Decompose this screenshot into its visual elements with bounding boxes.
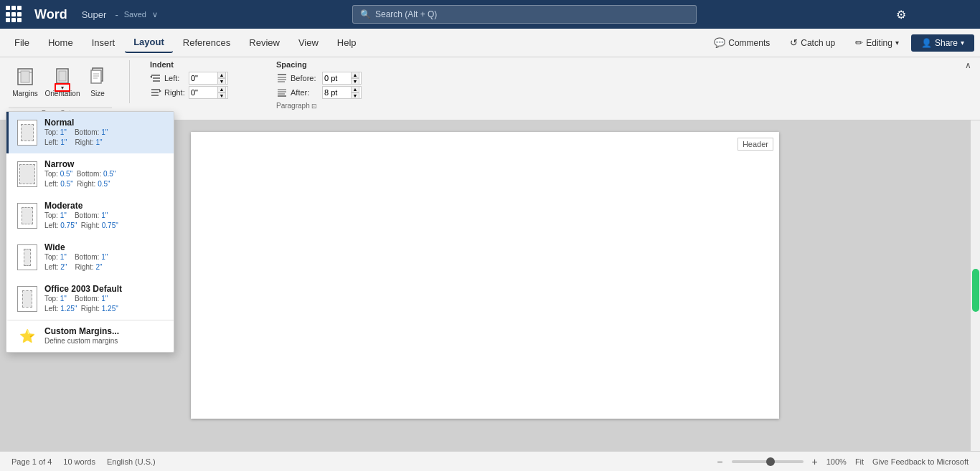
margins-label: Margins <box>12 90 38 97</box>
feedback-label[interactable]: Give Feedback to Microsoft <box>872 457 969 466</box>
size-button[interactable]: Size <box>83 60 112 103</box>
spacing-after-up[interactable]: ▲ <box>351 86 359 92</box>
spacing-group: Spacing Before: 0 pt ▲▼ After: 8 pt ▲▼ P… <box>270 60 385 110</box>
spacing-after-row: After: 8 pt ▲▼ <box>276 86 380 99</box>
orientation-button-wrapper: Orientation ▾ <box>43 60 82 103</box>
scroll-thumb[interactable] <box>972 269 979 312</box>
title-bar: Word Super - Saved ∨ 🔍 Search (Alt + Q) … <box>0 0 980 29</box>
editing-button[interactable]: ✏ Editing ▾ <box>847 33 907 52</box>
indent-right-row: Right: 0" ▲▼ <box>150 86 253 99</box>
page-setup-buttons: Margins Orientation ▾ <box>9 60 112 106</box>
indent-left-input[interactable]: 0" ▲▼ <box>189 72 228 85</box>
doc-content[interactable] <box>191 132 779 419</box>
indent-group: Indent Left: 0" ▲▼ Right: 0" ▲▼ <box>144 60 259 100</box>
zoom-minus[interactable]: − <box>717 456 722 467</box>
settings-button[interactable]: ⚙ <box>891 4 911 24</box>
catch-up-button[interactable]: ↺ Catch up <box>782 33 843 52</box>
indent-left-icon <box>150 73 161 83</box>
margin-wide-icon <box>17 244 37 270</box>
page-setup-group: Margins Orientation ▾ <box>6 60 115 118</box>
waffle-icon[interactable] <box>6 6 23 23</box>
indent-left-down[interactable]: ▼ <box>217 78 226 85</box>
comments-icon: 💬 <box>714 37 725 48</box>
svg-marker-18 <box>159 90 161 92</box>
catch-up-label: Catch up <box>801 38 835 48</box>
menu-items: File Home Insert Layout References Revie… <box>6 32 706 53</box>
margins-dropdown: Normal Top: 1" Bottom: 1" Left: 1" Right… <box>6 111 174 353</box>
orientation-dropdown-indicator[interactable]: ▾ <box>55 83 70 92</box>
spacing-before-label: Before: <box>291 74 319 82</box>
paragraph-expand-icon[interactable]: ⊡ <box>311 103 317 110</box>
margin-item-wide[interactable]: Wide Top: 1" Bottom: 1" Left: 2" Right: … <box>6 237 174 278</box>
margin-custom-icon: ⭐ <box>17 326 37 346</box>
margin-item-narrow[interactable]: Narrow Top: 0.5" Bottom: 0.5" Left: 0.5"… <box>6 153 174 195</box>
status-bar: Page 1 of 4 10 words English (U.S.) − + … <box>0 451 980 471</box>
menu-insert[interactable]: Insert <box>83 33 124 52</box>
ribbon-collapse-button[interactable]: ∧ <box>965 60 971 70</box>
margin-moderate-text: Moderate Top: 1" Bottom: 1" Left: 0.75" … <box>44 201 165 231</box>
orientation-button[interactable]: Orientation <box>43 60 82 103</box>
catch-up-icon: ↺ <box>790 37 798 48</box>
indent-right-up[interactable]: ▲ <box>217 86 226 92</box>
indent-right-input[interactable]: 0" ▲▼ <box>189 86 228 99</box>
menu-references[interactable]: References <box>174 33 239 52</box>
autosave-chevron[interactable]: ∨ <box>152 10 158 19</box>
menu-review[interactable]: Review <box>240 33 288 52</box>
fit-button[interactable]: Fit <box>855 457 864 466</box>
indent-right-icon <box>150 87 161 97</box>
zoom-level: 100% <box>826 457 847 466</box>
menu-home[interactable]: Home <box>39 33 82 52</box>
titlebar-right: ⚙ <box>891 4 974 24</box>
scrollbar[interactable] <box>970 120 980 451</box>
doc-page: Header <box>191 132 779 419</box>
comments-label: Comments <box>728 38 770 48</box>
menu-file[interactable]: File <box>6 33 38 52</box>
autosave-badge: Saved <box>124 10 146 19</box>
zoom-slider[interactable] <box>732 460 804 463</box>
margin-item-moderate[interactable]: Moderate Top: 1" Bottom: 1" Left: 0.75" … <box>6 195 174 237</box>
margin-narrow-icon <box>17 161 37 187</box>
indent-left-up[interactable]: ▲ <box>217 72 226 78</box>
word-count: 10 words <box>63 457 95 466</box>
margin-normal-icon <box>17 120 37 146</box>
share-label: Share <box>935 38 958 48</box>
app-name: Word <box>34 7 67 22</box>
spacing-before-down[interactable]: ▼ <box>351 78 359 85</box>
size-icon <box>88 67 108 87</box>
margin-moderate-icon <box>17 203 37 229</box>
language: English (U.S.) <box>107 457 156 466</box>
margin-item-normal[interactable]: Normal Top: 1" Bottom: 1" Left: 1" Right… <box>6 112 174 153</box>
comments-button[interactable]: 💬 Comments <box>706 33 778 52</box>
menu-layout[interactable]: Layout <box>125 32 173 53</box>
search-area: 🔍 Search (Alt + Q) <box>158 5 891 24</box>
margin-item-office2003[interactable]: Office 2003 Default Top: 1" Bottom: 1" L… <box>6 278 174 320</box>
indent-left-row: Left: 0" ▲▼ <box>150 72 253 85</box>
menu-bar: File Home Insert Layout References Revie… <box>0 29 980 57</box>
margin-narrow-text: Narrow Top: 0.5" Bottom: 0.5" Left: 0.5"… <box>44 159 165 189</box>
menu-view[interactable]: View <box>290 33 327 52</box>
zoom-plus[interactable]: + <box>812 456 818 467</box>
menu-help[interactable]: Help <box>329 33 365 52</box>
margin-normal-text: Normal Top: 1" Bottom: 1" Left: 1" Right… <box>44 118 165 148</box>
spacing-before-input[interactable]: 0 pt ▲▼ <box>322 72 362 85</box>
spacing-after-icon <box>276 87 288 97</box>
separator: - <box>115 9 118 20</box>
margins-icon <box>15 67 35 87</box>
paragraph-group-label: Paragraph ⊡ <box>276 102 380 110</box>
search-icon: 🔍 <box>360 9 371 19</box>
share-button[interactable]: 👤 Share ▾ <box>911 34 974 52</box>
search-box[interactable]: 🔍 Search (Alt + Q) <box>352 5 697 24</box>
indent-right-down[interactable]: ▼ <box>217 92 226 99</box>
indent-label: Indent <box>150 60 253 69</box>
svg-rect-1 <box>21 71 29 82</box>
spacing-after-input[interactable]: 8 pt ▲▼ <box>322 86 362 99</box>
zoom-thumb[interactable] <box>766 457 775 466</box>
spacing-before-up[interactable]: ▲ <box>351 72 359 78</box>
margin-item-custom[interactable]: ⭐ Custom Margins... Define custom margin… <box>6 320 174 352</box>
share-chevron: ▾ <box>961 39 964 47</box>
spacing-after-down[interactable]: ▼ <box>351 92 359 99</box>
spacing-after-label: After: <box>291 88 319 97</box>
margins-button[interactable]: Margins <box>9 60 42 103</box>
share-icon: 👤 <box>921 38 932 48</box>
spacing-before-icon <box>276 73 288 83</box>
